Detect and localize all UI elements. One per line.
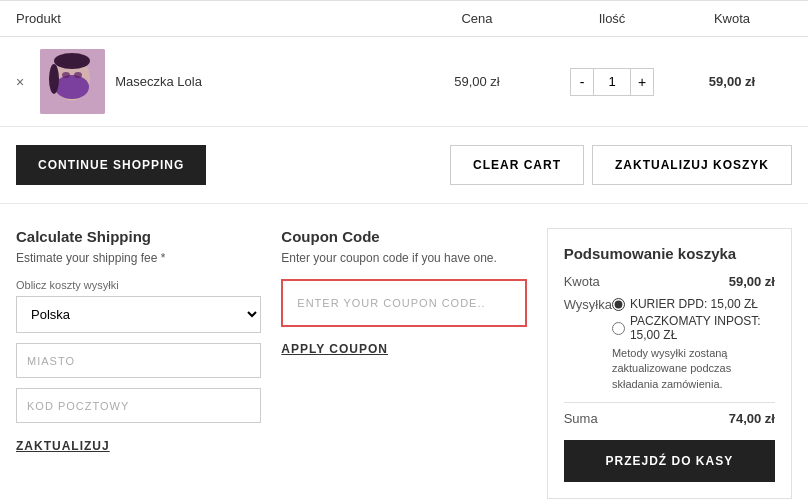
coupon-section: Coupon Code Enter your coupon code if yo… xyxy=(281,228,526,499)
svg-point-3 xyxy=(62,72,70,78)
summary-title: Podsumowanie koszyka xyxy=(564,245,775,262)
col-price: Cena xyxy=(402,11,552,26)
cart-item-row: × Maseczka Lola 59,00 zł - + 59,00 zł xyxy=(0,37,808,127)
coupon-input[interactable] xyxy=(285,283,522,323)
product-total: 59,00 zł xyxy=(672,74,792,89)
postcode-input[interactable] xyxy=(16,388,261,423)
wysylka-row: Wysyłka KURIER DPD: 15,00 ZŁ PACZKOMATY … xyxy=(564,297,775,392)
col-total: Kwota xyxy=(672,11,792,26)
suma-value: 74,00 zł xyxy=(729,411,775,426)
qty-input[interactable] xyxy=(594,68,630,96)
suma-row: Suma 74,00 zł xyxy=(564,402,775,426)
update-shipping-button[interactable]: ZAKTUALIZUJ xyxy=(16,439,110,453)
shipping-option-2: PACZKOMATY INPOST: 15,00 ZŁ xyxy=(612,314,775,342)
shipping-subtitle: Estimate your shipping fee * xyxy=(16,251,261,265)
kwota-value: 59,00 zł xyxy=(729,274,775,289)
coupon-input-wrapper xyxy=(281,279,526,327)
order-summary-section: Podsumowanie koszyka Kwota 59,00 zł Wysy… xyxy=(547,228,792,499)
svg-point-4 xyxy=(74,72,82,78)
product-cell: × Maseczka Lola xyxy=(16,49,402,114)
shipping-radio-inpost[interactable] xyxy=(612,322,625,335)
col-product: Produkt xyxy=(16,11,402,26)
clear-cart-button[interactable]: CLEAR CART xyxy=(450,145,584,185)
product-price: 59,00 zł xyxy=(402,74,552,89)
suma-label: Suma xyxy=(564,411,598,426)
qty-decrease-button[interactable]: - xyxy=(570,68,594,96)
checkout-button[interactable]: PRZEJDŹ DO KASY xyxy=(564,440,775,482)
update-cart-button[interactable]: ZAKTUALIZUJ KOSZYK xyxy=(592,145,792,185)
continue-shopping-button[interactable]: CONTINUE SHOPPING xyxy=(16,145,206,185)
cart-actions-row: CONTINUE SHOPPING CLEAR CART ZAKTUALIZUJ… xyxy=(0,127,808,204)
kwota-label: Kwota xyxy=(564,274,600,289)
remove-item-button[interactable]: × xyxy=(16,74,24,90)
shipping-section: Calculate Shipping Estimate your shippin… xyxy=(16,228,261,499)
country-label: Oblicz koszty wysyłki xyxy=(16,279,261,291)
coupon-title: Coupon Code xyxy=(281,228,526,245)
col-qty: Ilość xyxy=(552,11,672,26)
shipping-option-1: KURIER DPD: 15,00 ZŁ xyxy=(612,297,775,311)
product-image xyxy=(40,49,105,114)
qty-increase-button[interactable]: + xyxy=(630,68,654,96)
cart-table-header: Produkt Cena Ilość Kwota xyxy=(0,0,808,37)
shipping-title: Calculate Shipping xyxy=(16,228,261,245)
coupon-subtitle: Enter your coupon code if you have one. xyxy=(281,251,526,265)
svg-point-6 xyxy=(49,64,59,94)
country-select[interactable]: Polska xyxy=(16,296,261,333)
product-name: Maseczka Lola xyxy=(115,74,202,89)
svg-point-5 xyxy=(54,53,90,69)
shipping-note: Metody wysyłki zostaną zaktualizowane po… xyxy=(612,346,775,392)
bottom-sections: Calculate Shipping Estimate your shippin… xyxy=(0,204,808,500)
kwota-row: Kwota 59,00 zł xyxy=(564,274,775,289)
quantity-cell: - + xyxy=(552,68,672,96)
city-input[interactable] xyxy=(16,343,261,378)
cart-action-buttons: CLEAR CART ZAKTUALIZUJ KOSZYK xyxy=(450,145,792,185)
apply-coupon-button[interactable]: APPLY COUPON xyxy=(281,342,388,356)
svg-point-2 xyxy=(55,75,89,99)
shipping-opt2-label: PACZKOMATY INPOST: 15,00 ZŁ xyxy=(630,314,775,342)
shipping-options: KURIER DPD: 15,00 ZŁ PACZKOMATY INPOST: … xyxy=(612,297,775,392)
summary-box: Podsumowanie koszyka Kwota 59,00 zł Wysy… xyxy=(547,228,792,499)
shipping-radio-dpd[interactable] xyxy=(612,298,625,311)
wysylka-label: Wysyłka xyxy=(564,297,612,312)
shipping-opt1-label: KURIER DPD: 15,00 ZŁ xyxy=(630,297,758,311)
